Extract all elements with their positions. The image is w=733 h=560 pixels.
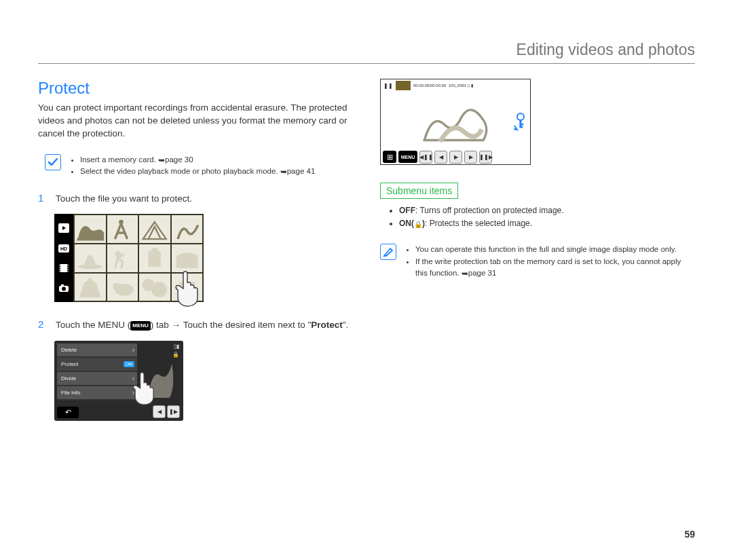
svg-rect-13 (67, 271, 69, 272)
menu-button-icon: MENU (398, 151, 417, 163)
svg-rect-8 (59, 269, 60, 269)
svg-rect-3 (59, 264, 69, 272)
submenu-list: OFF: Turns off protection on protected i… (380, 204, 695, 230)
svg-rect-10 (67, 265, 69, 265)
svg-point-26 (151, 282, 167, 297)
next-icon: ▶ (464, 151, 477, 164)
note-icon (380, 244, 396, 260)
note-item: If the write protection tab on the memor… (415, 256, 695, 280)
svg-point-22 (88, 278, 92, 282)
menu-item-delete: Delete› (57, 343, 137, 356)
svg-rect-9 (59, 271, 60, 272)
svg-point-17 (119, 220, 124, 225)
step-text: Touch the MENU (MENU) tab → Touch the de… (56, 318, 348, 332)
back-button-icon: ↶ (57, 407, 79, 418)
menu-list: Delete› ProtectON Divide› File Info› (57, 343, 137, 400)
note-item: You can operate this function in the ful… (415, 244, 695, 255)
zoom-icon: ⊞ (383, 151, 396, 163)
svg-rect-21 (151, 248, 157, 253)
svg-point-24 (112, 282, 119, 290)
menu-item-protect: ProtectON (57, 358, 137, 371)
svg-rect-16 (61, 284, 64, 286)
chevron-right-icon: › (132, 346, 134, 354)
svg-rect-31 (520, 126, 523, 128)
step-2: 2 Touch the MENU (MENU) tab → Touch the … (38, 318, 353, 332)
svg-rect-7 (59, 267, 60, 267)
intro-paragraph: You can protect important recordings fro… (38, 102, 353, 141)
svg-rect-30 (520, 124, 524, 126)
step-forward-icon: ❚▶ (167, 405, 180, 418)
menu-list-illustration: ▯▮ 🔒 Delete› ProtectON Divide› File Info… (54, 341, 183, 421)
precondition-item: Insert a memory card. ➥page 30 (80, 154, 315, 166)
step-number: 1 (38, 192, 46, 206)
svg-rect-11 (67, 267, 69, 267)
screen-sidebar: HD (54, 214, 73, 302)
thumbnail-grid-illustration: HD (54, 214, 204, 302)
right-column: ❚❚ 00:00:05/00:00:50 100_0001 ▯ ▮ (380, 79, 695, 421)
submenu-item-off: OFF: Turns off protection on protected i… (399, 204, 695, 217)
additional-note: You can operate this function in the ful… (380, 244, 695, 279)
svg-rect-12 (67, 269, 69, 269)
section-title: Protect (38, 79, 353, 98)
svg-text:HD: HD (60, 246, 67, 251)
menu-chip-icon: MENU (130, 321, 151, 331)
play-mode-icon (58, 222, 70, 234)
hd-icon: HD (58, 242, 70, 255)
svg-point-28 (517, 113, 524, 120)
step-1: 1 Touch the file you want to protect. (38, 192, 353, 206)
pause-icon: ❚❚ (383, 83, 393, 89)
menu-item-fileinfo: File Info› (57, 386, 137, 399)
precondition-note: Insert a memory card. ➥page 30 Select th… (45, 154, 353, 178)
mini-thumbnail (396, 81, 411, 90)
step-number: 2 (38, 318, 46, 332)
key-callout-icon (513, 112, 528, 135)
submenu-item-on: ON(🔒)): Protects the selected image.: Pr… (399, 217, 695, 230)
preview-area (381, 92, 530, 149)
playback-preview-illustration: ❚❚ 00:00:05/00:00:50 100_0001 ▯ ▮ (380, 79, 531, 165)
touch-hand-icon (126, 369, 164, 407)
timecode-label: 00:00:05/00:00:50 100_0001 ▯ ▮ (413, 83, 527, 88)
camera-icon (58, 282, 70, 295)
chapter-title: Editing videos and photos (38, 41, 695, 64)
svg-rect-6 (59, 265, 60, 265)
page-ref-arrow-icon: ➥ (462, 268, 468, 280)
page-ref-arrow-icon: ➥ (280, 166, 287, 178)
submenu-heading: Submenu items (380, 183, 458, 199)
rewind-icon: ◀❚❚ (419, 151, 432, 164)
left-column: Protect You can protect important record… (38, 79, 353, 421)
precondition-item: Select the video playback mode or photo … (80, 166, 315, 177)
film-strip-icon (58, 262, 70, 274)
page-ref-arrow-icon: ➥ (158, 155, 165, 166)
fast-forward-icon: ❚❚▶ (479, 151, 492, 164)
page-number: 59 (684, 529, 695, 540)
lock-icon: 🔒 (414, 219, 422, 230)
touch-hand-icon (168, 268, 209, 309)
on-badge: ON (124, 361, 135, 367)
svg-point-15 (62, 286, 66, 291)
check-icon (45, 154, 61, 170)
step-text: Touch the file you want to protect. (56, 192, 192, 206)
prev-icon: ◀ (434, 151, 447, 164)
svg-rect-20 (149, 251, 161, 267)
play-icon: ▶ (449, 151, 462, 164)
menu-item-divide: Divide› (57, 372, 137, 385)
